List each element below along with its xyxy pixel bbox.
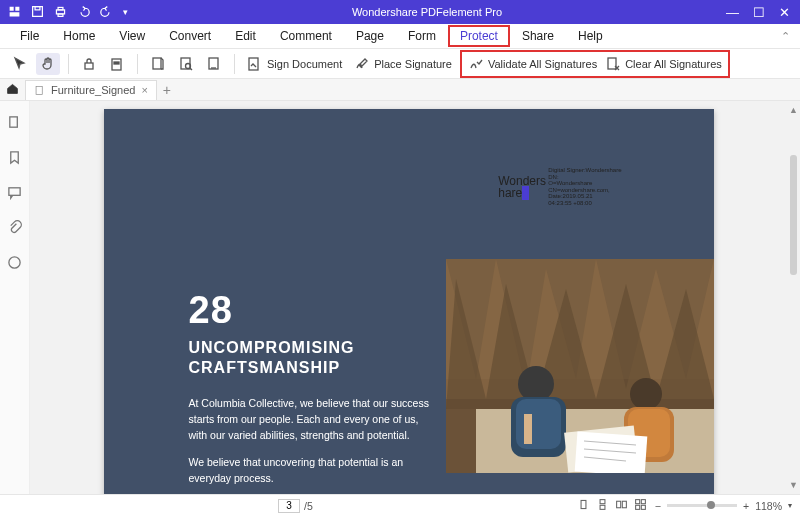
select-tool[interactable] — [8, 53, 32, 75]
svg-rect-36 — [616, 501, 620, 508]
menu-comment[interactable]: Comment — [268, 25, 344, 47]
svg-rect-40 — [635, 505, 639, 509]
redo-icon[interactable] — [100, 5, 113, 20]
svg-rect-0 — [33, 6, 43, 16]
digital-signature-stamp[interactable]: Wondershare▮ Digital Signer:Wondershare … — [498, 167, 621, 207]
chat-panel-icon[interactable] — [7, 255, 22, 274]
bookmarks-panel-icon[interactable] — [7, 150, 22, 169]
zoom-dropdown-icon[interactable]: ▾ — [788, 501, 792, 510]
current-page-input[interactable] — [278, 499, 300, 513]
page-number-large: 28 — [189, 289, 439, 332]
thumbnails-panel-icon[interactable] — [7, 115, 22, 134]
doc-search-tool[interactable] — [174, 53, 198, 75]
total-pages: /5 — [304, 500, 313, 512]
svg-rect-39 — [641, 500, 645, 504]
menu-page[interactable]: Page — [344, 25, 396, 47]
svg-rect-35 — [600, 505, 605, 509]
ribbon: Sign Document Place Signature Validate A… — [0, 49, 800, 79]
svg-rect-15 — [10, 117, 18, 127]
svg-rect-16 — [9, 188, 20, 196]
document-canvas[interactable]: Wondershare▮ Digital Signer:Wondershare … — [30, 101, 787, 494]
page-copy: 28 UNCOMPROMISINGCRAFTSMANSHIP At Columb… — [189, 289, 439, 487]
svg-rect-33 — [581, 500, 586, 508]
continuous-view-icon[interactable] — [596, 498, 609, 513]
two-page-view-icon[interactable] — [615, 498, 628, 513]
document-tab-bar: Furniture_Signed × + — [0, 79, 800, 101]
validate-all-signatures-button[interactable]: Validate All Signatures — [464, 53, 601, 75]
svg-rect-8 — [153, 58, 161, 69]
svg-rect-41 — [641, 505, 645, 509]
clear-all-signatures-button[interactable]: Clear All Signatures — [601, 53, 726, 75]
svg-point-25 — [630, 378, 662, 410]
doc-tool-1[interactable] — [146, 53, 170, 75]
comments-panel-icon[interactable] — [7, 185, 22, 204]
document-tab-label: Furniture_Signed — [51, 84, 135, 96]
scroll-thumb[interactable] — [790, 155, 797, 275]
document-tab[interactable]: Furniture_Signed × — [25, 80, 157, 100]
minimize-icon[interactable]: — — [726, 5, 739, 20]
zoom-slider[interactable] — [667, 504, 737, 507]
document-page: Wondershare▮ Digital Signer:Wondershare … — [104, 109, 714, 494]
app-title: Wondershare PDFelement Pro — [128, 6, 726, 18]
svg-rect-11 — [209, 58, 218, 69]
zoom-level: 118% — [755, 500, 782, 512]
page-heading: UNCOMPROMISINGCRAFTSMANSHIP — [189, 338, 439, 378]
svg-point-17 — [9, 257, 20, 268]
svg-rect-34 — [600, 500, 605, 504]
collapse-ribbon-icon[interactable]: ⌃ — [781, 30, 790, 43]
svg-rect-3 — [58, 7, 63, 9]
new-tab-button[interactable]: + — [163, 82, 171, 98]
lock-tool[interactable] — [77, 53, 101, 75]
svg-rect-14 — [36, 86, 42, 94]
menu-file[interactable]: File — [8, 25, 51, 47]
menu-convert[interactable]: Convert — [157, 25, 223, 47]
save-icon[interactable] — [31, 5, 44, 20]
svg-rect-5 — [85, 63, 93, 69]
svg-rect-24 — [524, 414, 532, 444]
home-tab-icon[interactable] — [6, 82, 19, 97]
app-logo-icon — [8, 5, 21, 20]
svg-rect-23 — [516, 399, 561, 449]
work-area: Wondershare▮ Digital Signer:Wondershare … — [0, 101, 800, 494]
signature-actions-highlight: Validate All Signatures Clear All Signat… — [460, 50, 730, 78]
menu-help[interactable]: Help — [566, 25, 615, 47]
scroll-up-icon[interactable]: ▲ — [789, 105, 798, 115]
svg-rect-13 — [608, 58, 616, 69]
svg-rect-7 — [114, 62, 119, 64]
zoom-control: − + 118% ▾ — [655, 500, 792, 512]
grid-view-icon[interactable] — [634, 498, 647, 513]
menu-home[interactable]: Home — [51, 25, 107, 47]
status-bar: /5 − + 118% ▾ — [0, 494, 800, 516]
scroll-down-icon[interactable]: ▼ — [789, 480, 798, 490]
menu-form[interactable]: Form — [396, 25, 448, 47]
page-navigator: /5 — [278, 499, 313, 513]
undo-icon[interactable] — [77, 5, 90, 20]
signature-brand: Wondershare▮ — [498, 175, 546, 199]
svg-rect-38 — [635, 500, 639, 504]
signature-meta: Digital Signer:Wondershare DN: O=Wonders… — [548, 167, 621, 207]
hand-tool[interactable] — [36, 53, 60, 75]
vertical-scrollbar[interactable]: ▲ ▼ — [787, 101, 800, 494]
doc-tool-3[interactable] — [202, 53, 226, 75]
close-tab-icon[interactable]: × — [141, 84, 147, 96]
svg-point-21 — [518, 366, 554, 402]
menu-edit[interactable]: Edit — [223, 25, 268, 47]
place-signature-button[interactable]: Place Signature — [350, 53, 456, 75]
maximize-icon[interactable]: ☐ — [753, 5, 765, 20]
svg-rect-37 — [622, 501, 626, 508]
left-sidebar — [0, 101, 30, 494]
menu-view[interactable]: View — [107, 25, 157, 47]
zoom-out-button[interactable]: − — [655, 500, 661, 512]
pdf-file-icon — [34, 85, 45, 96]
menu-share[interactable]: Share — [510, 25, 566, 47]
print-icon[interactable] — [54, 5, 67, 20]
view-mode-group — [577, 498, 647, 513]
redact-tool[interactable] — [105, 53, 129, 75]
close-window-icon[interactable]: ✕ — [779, 5, 790, 20]
sign-document-button[interactable]: Sign Document — [243, 53, 346, 75]
zoom-in-button[interactable]: + — [743, 500, 749, 512]
single-page-view-icon[interactable] — [577, 498, 590, 513]
zoom-slider-knob[interactable] — [707, 501, 715, 509]
attachments-panel-icon[interactable] — [7, 220, 22, 239]
menu-protect[interactable]: Protect — [448, 25, 510, 47]
